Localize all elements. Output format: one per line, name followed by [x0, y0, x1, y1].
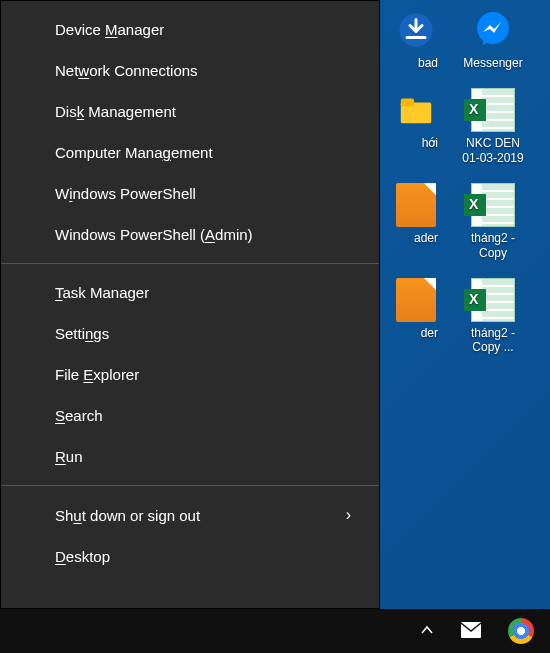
desktop-background: bad Messenger hới NKC DEN 01-03	[0, 0, 550, 653]
excel-glyph-icon	[471, 278, 515, 322]
desktop-icon-row: bad Messenger	[388, 8, 538, 70]
taskbar-chrome-icon[interactable]	[508, 618, 534, 644]
menu-item-label: File Explorer	[55, 366, 139, 383]
winx-item-s1-4[interactable]: Windows PowerShell	[1, 173, 379, 214]
menu-separator	[1, 485, 379, 486]
winx-item-s1-1[interactable]: Network Connections	[1, 50, 379, 91]
menu-separator	[1, 263, 379, 264]
download-glyph-icon	[394, 8, 438, 52]
chevron-right-icon: ›	[346, 506, 351, 524]
winx-item-s2-4[interactable]: Run	[1, 436, 379, 477]
desktop-icon-row: ader tháng2 - Copy	[388, 183, 538, 260]
icon-label: hới	[378, 136, 438, 150]
menu-item-label: Windows PowerShell (Admin)	[55, 226, 253, 243]
excel-file-icon[interactable]: tháng2 - Copy	[458, 183, 528, 260]
menu-item-label: Computer Management	[55, 144, 213, 161]
folder-glyph-icon	[394, 88, 438, 132]
icon-label: bad	[378, 56, 438, 70]
winx-item-s3-1[interactable]: Desktop	[1, 536, 379, 577]
messenger-glyph-icon	[471, 8, 515, 52]
document-glyph-icon	[394, 183, 438, 227]
partial-icon[interactable]: der	[398, 278, 438, 355]
icon-label: tháng2 - Copy ...	[458, 326, 528, 355]
taskbar	[0, 609, 550, 653]
winx-item-s1-5[interactable]: Windows PowerShell (Admin)	[1, 214, 379, 255]
winx-item-s3-0[interactable]: Shut down or sign out›	[1, 494, 379, 536]
winx-power-menu: Device ManagerNetwork ConnectionsDisk Ma…	[0, 0, 380, 609]
excel-file-icon[interactable]: NKC DEN 01-03-2019	[458, 88, 528, 165]
desktop-icon-row: hới NKC DEN 01-03-2019	[388, 88, 538, 165]
menu-item-label: Search	[55, 407, 103, 424]
icon-label: der	[378, 326, 438, 340]
icon-label: ader	[378, 231, 438, 245]
menu-item-label: Shut down or sign out	[55, 507, 200, 524]
winx-item-s1-0[interactable]: Device Manager	[1, 9, 379, 50]
icon-label: tháng2 - Copy	[458, 231, 528, 260]
menu-item-label: Desktop	[55, 548, 110, 565]
partial-icon[interactable]: ader	[398, 183, 438, 260]
messenger-icon[interactable]: Messenger	[458, 8, 528, 70]
winx-item-s2-1[interactable]: Settings	[1, 313, 379, 354]
menu-item-label: Run	[55, 448, 83, 465]
desktop-icon-row: der tháng2 - Copy ...	[388, 278, 538, 355]
icon-label: Messenger	[463, 56, 522, 70]
partial-icon[interactable]: hới	[398, 88, 438, 165]
excel-glyph-icon	[471, 88, 515, 132]
menu-item-label: Device Manager	[55, 21, 164, 38]
menu-item-label: Settings	[55, 325, 109, 342]
excel-file-icon[interactable]: tháng2 - Copy ...	[458, 278, 528, 355]
desktop-icons-column: bad Messenger hới NKC DEN 01-03	[388, 0, 538, 355]
winx-item-s2-3[interactable]: Search	[1, 395, 379, 436]
icon-label: NKC DEN 01-03-2019	[458, 136, 528, 165]
winx-item-s1-2[interactable]: Disk Management	[1, 91, 379, 132]
excel-glyph-icon	[471, 183, 515, 227]
winx-item-s2-0[interactable]: Task Manager	[1, 272, 379, 313]
taskbar-tray-up-icon[interactable]	[420, 623, 434, 640]
svg-rect-3	[401, 99, 414, 107]
taskbar-mail-icon[interactable]	[460, 621, 482, 642]
winx-item-s1-3[interactable]: Computer Management	[1, 132, 379, 173]
download-icon[interactable]: bad	[398, 8, 438, 70]
menu-item-label: Disk Management	[55, 103, 176, 120]
menu-item-label: Windows PowerShell	[55, 185, 196, 202]
document-glyph-icon	[394, 278, 438, 322]
winx-item-s2-2[interactable]: File Explorer	[1, 354, 379, 395]
svg-rect-7	[461, 622, 481, 638]
menu-item-label: Network Connections	[55, 62, 198, 79]
menu-item-label: Task Manager	[55, 284, 149, 301]
